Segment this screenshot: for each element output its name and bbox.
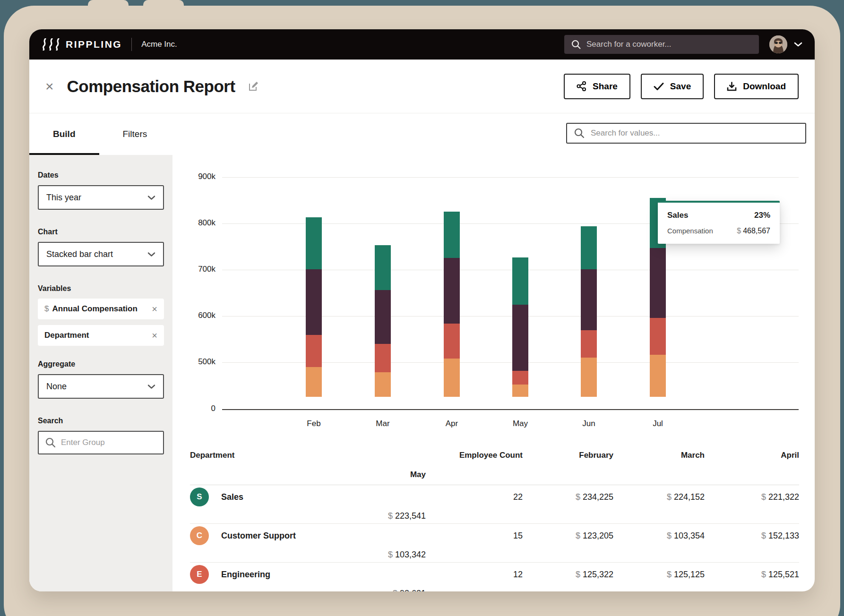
user-avatar[interactable]: [769, 35, 787, 53]
compensation-cell: $223,541: [190, 511, 426, 521]
values-search-input[interactable]: [591, 128, 799, 138]
variable-chip-annual-compensation[interactable]: $ Annual Compensation ×: [38, 299, 164, 319]
x-axis-tick-label: May: [501, 419, 539, 428]
values-search[interactable]: [566, 123, 806, 144]
department-cell: SSales: [190, 488, 426, 506]
tab-build[interactable]: Build: [29, 114, 99, 154]
col-april: April: [705, 451, 799, 460]
bar-segment-series-coral[interactable]: [512, 371, 528, 385]
table-body: SSales22$234,225$224,152$221,322$223,541…: [190, 485, 799, 591]
bar-segment-series-coral[interactable]: [306, 335, 322, 367]
bar-segment-series-coral[interactable]: [444, 324, 460, 359]
bar-segment-series-plum[interactable]: [650, 248, 666, 318]
col-march: March: [613, 451, 705, 460]
y-axis-tick-label: 0: [174, 404, 215, 413]
bar-segment-series-plum[interactable]: [306, 269, 322, 335]
bar-segment-series-coral[interactable]: [375, 344, 391, 372]
employee-count-cell: 22: [426, 492, 523, 502]
col-may: May: [190, 470, 426, 479]
department-name: Customer Support: [221, 531, 296, 541]
compensation-cell: $93,621: [190, 589, 426, 591]
dollar-icon: $: [393, 589, 397, 591]
bar-segment-series-orange[interactable]: [581, 358, 597, 397]
bar-segment-sales[interactable]: [444, 212, 460, 258]
coworker-search[interactable]: [564, 35, 759, 54]
stacked-bar-apr[interactable]: [444, 212, 460, 397]
y-axis-tick-label: 800k: [174, 218, 215, 228]
check-icon: [654, 82, 664, 91]
bar-segment-series-plum[interactable]: [581, 269, 597, 330]
variable-chip-department[interactable]: Department ×: [38, 325, 164, 346]
amount-value: 103,354: [674, 531, 705, 540]
bar-segment-series-coral[interactable]: [581, 330, 597, 358]
chart-type-select-value: Stacked bar chart: [46, 249, 113, 259]
y-axis-tick-label: 900k: [174, 172, 215, 181]
bar-segment-series-plum[interactable]: [375, 290, 391, 344]
download-button[interactable]: Download: [714, 74, 799, 99]
bar-segment-series-orange[interactable]: [650, 355, 666, 397]
table-row-customer-support[interactable]: CCustomer Support15$123,205$103,354$152,…: [190, 524, 799, 563]
department-cell: CCustomer Support: [190, 526, 426, 545]
stacked-bar-mar[interactable]: [375, 245, 391, 397]
close-icon[interactable]: ×: [45, 79, 54, 94]
compensation-cell: $221,322: [705, 492, 799, 502]
stacked-bar-feb[interactable]: [306, 217, 322, 397]
bar-segment-series-orange[interactable]: [444, 359, 460, 397]
account-chevron-down-icon[interactable]: [794, 42, 802, 47]
compensation-cell: $125,521: [705, 570, 799, 580]
dollar-icon: $: [576, 492, 580, 502]
amount-value: 221,322: [768, 492, 799, 502]
bar-segment-series-orange[interactable]: [512, 385, 528, 397]
bar-segment-sales[interactable]: [306, 217, 322, 269]
variable-chip-label: Annual Compensation: [52, 304, 137, 314]
compensation-cell: $103,354: [613, 531, 705, 541]
compensation-cell: $152,133: [705, 531, 799, 541]
amount-value: 234,225: [583, 492, 613, 502]
save-button[interactable]: Save: [641, 74, 704, 99]
aggregate-select[interactable]: None: [38, 374, 164, 399]
stacked-bar-jun[interactable]: [581, 226, 597, 397]
share-button[interactable]: Share: [564, 74, 630, 99]
x-axis-tick-label: Apr: [433, 419, 471, 428]
amount-value: 125,521: [768, 570, 799, 579]
bar-segment-sales[interactable]: [375, 245, 391, 290]
compensation-cell: $103,342: [190, 550, 426, 560]
edit-icon[interactable]: [248, 81, 259, 92]
x-axis-tick-label: Jul: [639, 419, 677, 428]
table-row-engineering[interactable]: EEngineering12$125,322$125,125$125,521$9…: [190, 563, 799, 591]
compensation-cell: $234,225: [523, 492, 613, 502]
download-button-label: Download: [743, 81, 786, 92]
bar-segment-sales[interactable]: [581, 226, 597, 269]
department-table: Department Employee Count February March…: [190, 445, 799, 591]
bar-segment-series-plum[interactable]: [444, 258, 460, 324]
chart-plot: Sales 23% Compensation $468,567 900k800k…: [222, 177, 799, 409]
bar-segment-sales[interactable]: [512, 257, 528, 305]
group-search[interactable]: [38, 431, 164, 454]
group-search-input[interactable]: [61, 438, 157, 447]
dollar-icon: $: [761, 531, 766, 540]
compensation-cell: $224,152: [613, 492, 705, 502]
department-avatar: E: [190, 565, 209, 584]
department-name: Engineering: [221, 570, 270, 580]
remove-icon[interactable]: ×: [152, 304, 157, 315]
bar-segment-series-plum[interactable]: [512, 305, 528, 371]
stacked-bar-may[interactable]: [512, 257, 528, 397]
bar-segment-series-coral[interactable]: [650, 318, 666, 355]
tooltip-amount-value: 468,567: [743, 227, 770, 235]
tab-filters[interactable]: Filters: [99, 114, 171, 154]
app-window: RIPPLING Acme Inc. × Compensation Report: [29, 29, 815, 591]
employee-count-cell: 12: [426, 570, 523, 580]
chart-type-select[interactable]: Stacked bar chart: [38, 242, 164, 266]
compensation-cell: $123,205: [523, 531, 613, 541]
variables-label: Variables: [38, 284, 164, 293]
table-row-sales[interactable]: SSales22$234,225$224,152$221,322$223,541: [190, 485, 799, 524]
dates-select[interactable]: This year: [38, 185, 164, 210]
bar-segment-series-orange[interactable]: [306, 367, 322, 397]
remove-icon[interactable]: ×: [152, 330, 157, 341]
coworker-search-input[interactable]: [586, 40, 752, 49]
x-axis-tick-label: Mar: [364, 419, 402, 428]
amount-value: 224,152: [674, 492, 705, 502]
dollar-icon: $: [761, 492, 766, 502]
bar-segment-series-orange[interactable]: [375, 372, 391, 397]
chevron-down-icon: [147, 384, 155, 389]
